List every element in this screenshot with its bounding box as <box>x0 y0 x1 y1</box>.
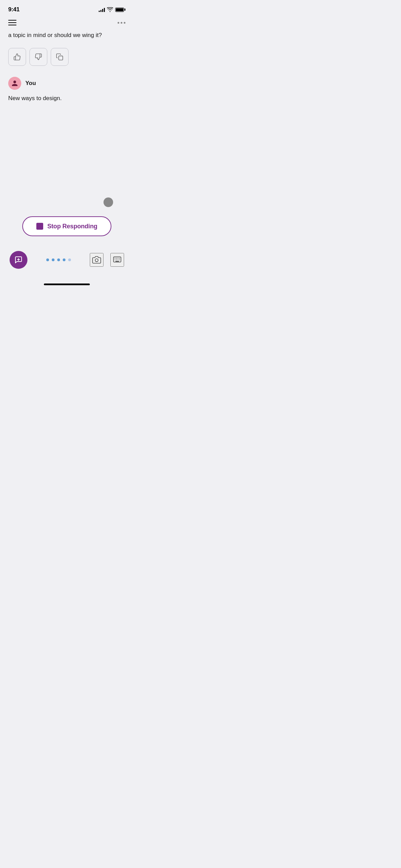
toolbar-right-buttons <box>90 253 124 267</box>
more-options-button[interactable] <box>118 22 125 24</box>
chat-content: a topic in mind or should we wing it? <box>0 31 134 103</box>
bottom-toolbar <box>0 251 134 269</box>
signal-icon <box>99 7 105 12</box>
stop-icon <box>36 223 43 230</box>
page-indicator <box>46 258 71 261</box>
header <box>0 17 134 31</box>
thumbs-down-button[interactable] <box>29 48 47 66</box>
stop-responding-label: Stop Responding <box>47 223 97 230</box>
message-action-buttons <box>8 48 125 66</box>
svg-rect-0 <box>59 56 63 60</box>
stop-responding-container: Stop Responding <box>22 216 111 236</box>
ai-message-text: a topic in mind or should we wing it? <box>8 31 125 40</box>
svg-point-3 <box>95 259 98 262</box>
keyboard-icon <box>113 255 122 264</box>
home-indicator <box>44 284 90 285</box>
thumbs-up-button[interactable] <box>8 48 26 66</box>
new-chat-button[interactable] <box>10 251 27 269</box>
dot-1 <box>46 258 49 261</box>
menu-button[interactable] <box>8 20 16 25</box>
wifi-icon <box>107 7 113 12</box>
battery-icon <box>115 8 125 12</box>
camera-button[interactable] <box>90 253 104 267</box>
copy-icon <box>56 53 63 61</box>
user-header: You <box>8 77 125 90</box>
avatar <box>8 77 21 90</box>
thumbs-down-icon <box>35 53 42 61</box>
camera-icon <box>92 255 101 264</box>
thumbs-up-icon <box>13 53 21 61</box>
dot-2 <box>52 258 54 261</box>
new-chat-icon <box>14 256 23 264</box>
dot-4 <box>63 258 65 261</box>
dot-5 <box>68 258 71 261</box>
dot-3 <box>57 258 60 261</box>
status-bar: 9:41 <box>0 0 134 17</box>
stop-responding-button[interactable]: Stop Responding <box>22 216 111 236</box>
copy-button[interactable] <box>51 48 69 66</box>
user-message-section: You New ways to design. <box>8 77 125 103</box>
person-icon <box>11 80 18 87</box>
status-time: 9:41 <box>8 6 20 13</box>
user-name: You <box>25 80 36 87</box>
keyboard-button[interactable] <box>110 253 124 267</box>
status-icons <box>99 7 125 12</box>
thinking-indicator <box>104 197 113 207</box>
user-message-text: New ways to design. <box>8 94 125 103</box>
